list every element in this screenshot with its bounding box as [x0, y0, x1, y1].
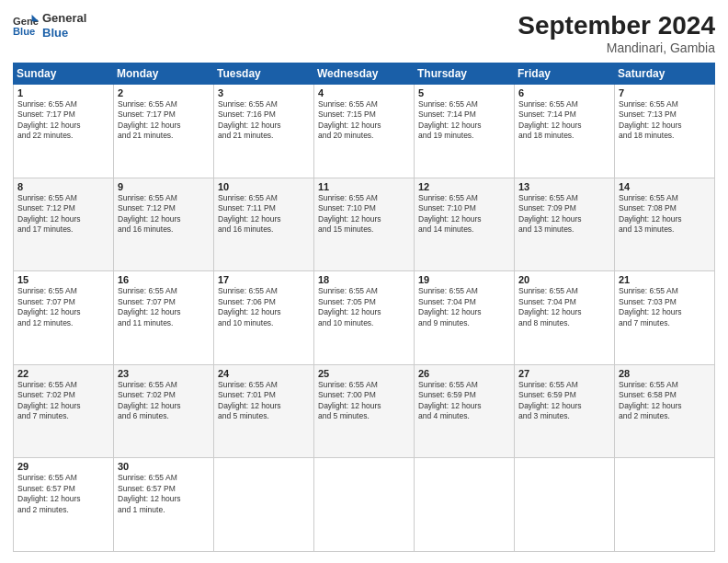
svg-text:Blue: Blue: [13, 26, 35, 37]
col-header-friday: Friday: [515, 63, 615, 85]
calendar-cell: 20Sunrise: 6:55 AM Sunset: 7:04 PM Dayli…: [515, 271, 615, 365]
day-info: Sunrise: 6:55 AM Sunset: 7:02 PM Dayligh…: [118, 380, 210, 422]
calendar-cell: 24Sunrise: 6:55 AM Sunset: 7:01 PM Dayli…: [214, 364, 314, 458]
day-number: 26: [418, 368, 510, 379]
day-number: 22: [17, 368, 109, 379]
calendar-cell: 2Sunrise: 6:55 AM Sunset: 7:17 PM Daylig…: [114, 85, 214, 178]
page: General Blue General Blue September 2024…: [0, 0, 728, 563]
calendar-cell: 9Sunrise: 6:55 AM Sunset: 7:12 PM Daylig…: [114, 178, 214, 271]
logo-icon: General Blue: [13, 13, 39, 39]
day-info: Sunrise: 6:55 AM Sunset: 7:02 PM Dayligh…: [17, 380, 109, 422]
calendar-header-row: SundayMondayTuesdayWednesdayThursdayFrid…: [14, 63, 715, 85]
day-number: 20: [518, 274, 610, 285]
day-info: Sunrise: 6:55 AM Sunset: 7:09 PM Dayligh…: [518, 193, 610, 236]
calendar-cell: 7Sunrise: 6:55 AM Sunset: 7:13 PM Daylig…: [615, 85, 715, 178]
day-number: 17: [218, 274, 310, 285]
day-number: 23: [118, 368, 210, 379]
day-number: 6: [518, 87, 610, 98]
day-number: 5: [418, 87, 510, 98]
day-number: 21: [619, 274, 711, 285]
calendar-week-2: 8Sunrise: 6:55 AM Sunset: 7:12 PM Daylig…: [14, 178, 715, 271]
calendar-cell: 23Sunrise: 6:55 AM Sunset: 7:02 PM Dayli…: [114, 364, 214, 458]
day-info: Sunrise: 6:55 AM Sunset: 6:57 PM Dayligh…: [17, 473, 109, 515]
calendar-cell: 3Sunrise: 6:55 AM Sunset: 7:16 PM Daylig…: [214, 85, 314, 178]
day-info: Sunrise: 6:55 AM Sunset: 7:13 PM Dayligh…: [619, 99, 711, 142]
calendar-cell: [515, 458, 615, 552]
calendar-cell: 21Sunrise: 6:55 AM Sunset: 7:03 PM Dayli…: [615, 271, 715, 365]
day-info: Sunrise: 6:55 AM Sunset: 6:58 PM Dayligh…: [619, 380, 711, 422]
calendar-cell: 22Sunrise: 6:55 AM Sunset: 7:02 PM Dayli…: [14, 364, 114, 458]
calendar-week-5: 29Sunrise: 6:55 AM Sunset: 6:57 PM Dayli…: [14, 458, 715, 552]
day-number: 25: [318, 368, 410, 379]
logo-general: General: [42, 11, 86, 26]
calendar-cell: 29Sunrise: 6:55 AM Sunset: 6:57 PM Dayli…: [14, 458, 114, 552]
day-info: Sunrise: 6:55 AM Sunset: 7:10 PM Dayligh…: [318, 193, 410, 236]
col-header-wednesday: Wednesday: [314, 63, 415, 85]
calendar-cell: 5Sunrise: 6:55 AM Sunset: 7:14 PM Daylig…: [415, 85, 515, 178]
calendar-table: SundayMondayTuesdayWednesdayThursdayFrid…: [13, 63, 715, 552]
day-info: Sunrise: 6:55 AM Sunset: 7:12 PM Dayligh…: [118, 193, 210, 236]
calendar-cell: 19Sunrise: 6:55 AM Sunset: 7:04 PM Dayli…: [415, 271, 515, 365]
day-number: 11: [318, 181, 410, 192]
day-number: 14: [619, 181, 711, 192]
day-number: 10: [218, 181, 310, 192]
logo-blue: Blue: [42, 26, 86, 40]
calendar-week-3: 15Sunrise: 6:55 AM Sunset: 7:07 PM Dayli…: [14, 271, 715, 365]
col-header-tuesday: Tuesday: [214, 63, 314, 85]
day-info: Sunrise: 6:55 AM Sunset: 7:07 PM Dayligh…: [118, 286, 210, 328]
calendar-week-1: 1Sunrise: 6:55 AM Sunset: 7:17 PM Daylig…: [14, 85, 715, 178]
day-info: Sunrise: 6:55 AM Sunset: 7:00 PM Dayligh…: [318, 380, 410, 422]
day-number: 1: [17, 87, 109, 98]
day-number: 7: [619, 87, 711, 98]
day-number: 8: [17, 181, 109, 192]
day-number: 2: [118, 87, 210, 98]
day-number: 18: [318, 274, 410, 285]
day-number: 24: [218, 368, 310, 379]
calendar-cell: [314, 458, 415, 552]
calendar-cell: 30Sunrise: 6:55 AM Sunset: 6:57 PM Dayli…: [114, 458, 214, 552]
day-info: Sunrise: 6:55 AM Sunset: 7:01 PM Dayligh…: [218, 380, 310, 422]
day-info: Sunrise: 6:55 AM Sunset: 7:17 PM Dayligh…: [118, 99, 210, 142]
col-header-saturday: Saturday: [615, 63, 715, 85]
calendar-cell: 12Sunrise: 6:55 AM Sunset: 7:10 PM Dayli…: [415, 178, 515, 271]
day-info: Sunrise: 6:55 AM Sunset: 7:03 PM Dayligh…: [619, 286, 711, 328]
calendar-cell: 28Sunrise: 6:55 AM Sunset: 6:58 PM Dayli…: [615, 364, 715, 458]
day-info: Sunrise: 6:55 AM Sunset: 7:12 PM Dayligh…: [17, 193, 109, 236]
day-number: 30: [118, 461, 210, 472]
col-header-monday: Monday: [114, 63, 214, 85]
location: Mandinari, Gambia: [518, 40, 715, 55]
calendar-cell: 10Sunrise: 6:55 AM Sunset: 7:11 PM Dayli…: [214, 178, 314, 271]
day-info: Sunrise: 6:55 AM Sunset: 7:14 PM Dayligh…: [518, 99, 610, 142]
calendar-cell: 13Sunrise: 6:55 AM Sunset: 7:09 PM Dayli…: [515, 178, 615, 271]
day-info: Sunrise: 6:55 AM Sunset: 6:59 PM Dayligh…: [418, 380, 510, 422]
calendar-cell: 17Sunrise: 6:55 AM Sunset: 7:06 PM Dayli…: [214, 271, 314, 365]
day-info: Sunrise: 6:55 AM Sunset: 7:15 PM Dayligh…: [318, 99, 410, 142]
day-number: 15: [17, 274, 109, 285]
day-info: Sunrise: 6:55 AM Sunset: 7:16 PM Dayligh…: [218, 99, 310, 142]
day-info: Sunrise: 6:55 AM Sunset: 7:10 PM Dayligh…: [418, 193, 510, 236]
day-info: Sunrise: 6:55 AM Sunset: 7:05 PM Dayligh…: [318, 286, 410, 328]
day-number: 28: [619, 368, 711, 379]
col-header-thursday: Thursday: [415, 63, 515, 85]
calendar-week-4: 22Sunrise: 6:55 AM Sunset: 7:02 PM Dayli…: [14, 364, 715, 458]
day-info: Sunrise: 6:55 AM Sunset: 7:08 PM Dayligh…: [619, 193, 711, 236]
month-title: September 2024: [518, 11, 715, 40]
day-info: Sunrise: 6:55 AM Sunset: 7:06 PM Dayligh…: [218, 286, 310, 328]
calendar-cell: 1Sunrise: 6:55 AM Sunset: 7:17 PM Daylig…: [14, 85, 114, 178]
col-header-sunday: Sunday: [14, 63, 114, 85]
day-number: 3: [218, 87, 310, 98]
calendar-cell: 25Sunrise: 6:55 AM Sunset: 7:00 PM Dayli…: [314, 364, 415, 458]
day-info: Sunrise: 6:55 AM Sunset: 7:14 PM Dayligh…: [418, 99, 510, 142]
day-info: Sunrise: 6:55 AM Sunset: 7:17 PM Dayligh…: [17, 99, 109, 142]
day-number: 19: [418, 274, 510, 285]
calendar-cell: 18Sunrise: 6:55 AM Sunset: 7:05 PM Dayli…: [314, 271, 415, 365]
calendar-cell: 15Sunrise: 6:55 AM Sunset: 7:07 PM Dayli…: [14, 271, 114, 365]
day-info: Sunrise: 6:55 AM Sunset: 7:11 PM Dayligh…: [218, 193, 310, 236]
title-block: September 2024 Mandinari, Gambia: [518, 11, 715, 55]
calendar-cell: 11Sunrise: 6:55 AM Sunset: 7:10 PM Dayli…: [314, 178, 415, 271]
calendar-cell: [415, 458, 515, 552]
day-number: 9: [118, 181, 210, 192]
day-number: 4: [318, 87, 410, 98]
day-number: 13: [518, 181, 610, 192]
day-info: Sunrise: 6:55 AM Sunset: 7:04 PM Dayligh…: [418, 286, 510, 328]
